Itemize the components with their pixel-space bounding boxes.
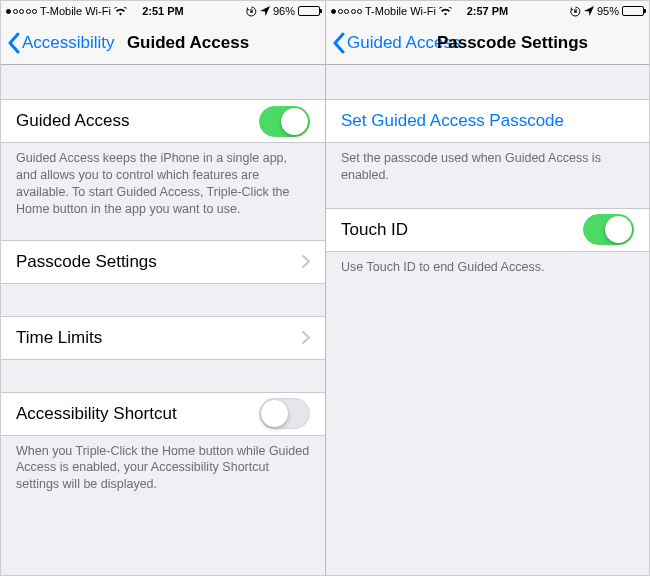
row-set-passcode[interactable]: Set Guided Access Passcode <box>326 99 649 143</box>
screen-guided-access: T-Mobile Wi-Fi 2:51 PM 96% Accessibility… <box>1 1 325 575</box>
clock-label: 2:57 PM <box>326 5 649 17</box>
back-label: Accessibility <box>22 33 115 53</box>
footer-accessibility-shortcut: When you Triple-Click the Home button wh… <box>1 436 325 502</box>
screen-passcode-settings: T-Mobile Wi-Fi 2:57 PM 95% Guided Access… <box>325 1 649 575</box>
row-label: Time Limits <box>16 328 302 348</box>
row-accessibility-shortcut: Accessibility Shortcut <box>1 392 325 436</box>
clock-label: 2:51 PM <box>1 5 325 17</box>
toggle-accessibility-shortcut[interactable] <box>259 398 310 429</box>
back-label: Guided Access <box>347 33 460 53</box>
back-button[interactable]: Accessibility <box>7 32 115 54</box>
toggle-guided-access[interactable] <box>259 106 310 137</box>
battery-icon <box>622 6 644 16</box>
settings-list: Guided Access Guided Access keeps the iP… <box>1 65 325 575</box>
chevron-right-icon <box>302 255 310 268</box>
nav-header: Accessibility Guided Access <box>1 21 325 65</box>
row-passcode-settings[interactable]: Passcode Settings <box>1 240 325 284</box>
back-button[interactable]: Guided Access <box>332 32 460 54</box>
status-bar: T-Mobile Wi-Fi 2:51 PM 96% <box>1 1 325 21</box>
nav-header: Guided Access Passcode Settings <box>326 21 649 65</box>
footer-guided-access: Guided Access keeps the iPhone in a sing… <box>1 143 325 226</box>
status-bar: T-Mobile Wi-Fi 2:57 PM 95% <box>326 1 649 21</box>
row-guided-access: Guided Access <box>1 99 325 143</box>
chevron-right-icon <box>302 331 310 344</box>
settings-list: Set Guided Access Passcode Set the passc… <box>326 65 649 575</box>
toggle-touch-id[interactable] <box>583 214 634 245</box>
footer-touch-id: Use Touch ID to end Guided Access. <box>326 252 649 284</box>
row-label: Accessibility Shortcut <box>16 404 259 424</box>
footer-set-passcode: Set the passcode used when Guided Access… <box>326 143 649 192</box>
battery-icon <box>298 6 320 16</box>
row-touch-id: Touch ID <box>326 208 649 252</box>
row-label: Touch ID <box>341 220 583 240</box>
row-label: Set Guided Access Passcode <box>341 111 634 131</box>
row-time-limits[interactable]: Time Limits <box>1 316 325 360</box>
row-label: Passcode Settings <box>16 252 302 272</box>
row-label: Guided Access <box>16 111 259 131</box>
